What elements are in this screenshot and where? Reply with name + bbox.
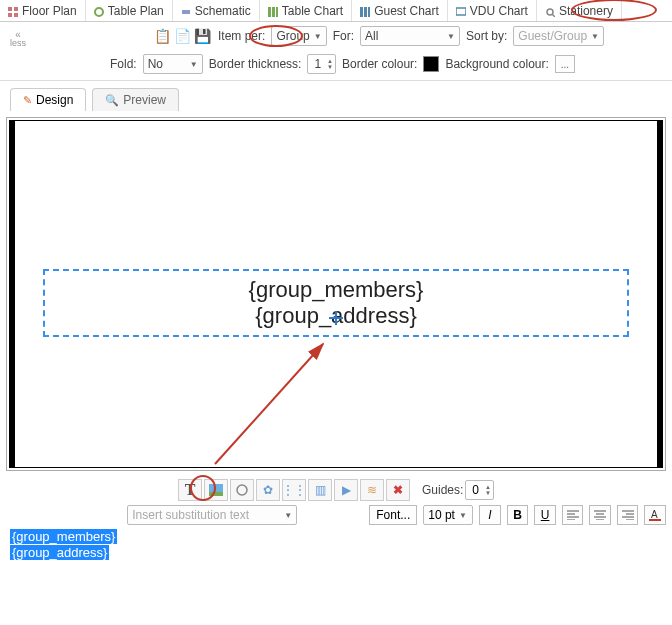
svg-text:A: A bbox=[651, 509, 658, 520]
flag-tool-button[interactable]: ▶ bbox=[334, 479, 358, 501]
chevron-down-icon: ▼ bbox=[284, 511, 292, 520]
align-center-button[interactable] bbox=[589, 505, 611, 525]
chevron-down-icon: ▼ bbox=[314, 32, 322, 41]
fold-dropdown[interactable]: No ▼ bbox=[143, 54, 203, 74]
shape-tool-row: T ✿ ⋮⋮ ▥ ▶ ≋ ✖ Guides: 0 ▲▼ bbox=[0, 477, 672, 503]
svg-rect-1 bbox=[14, 7, 18, 11]
design-tab-label: Design bbox=[36, 93, 73, 107]
svg-rect-12 bbox=[456, 8, 466, 15]
tab-label: Floor Plan bbox=[22, 4, 77, 18]
svg-rect-2 bbox=[8, 13, 12, 17]
tab-floor-plan[interactable]: Floor Plan bbox=[0, 0, 86, 21]
svg-rect-7 bbox=[272, 7, 275, 17]
svg-rect-0 bbox=[8, 7, 12, 11]
substitution-dropdown[interactable]: Insert substitution text ▼ bbox=[127, 505, 297, 525]
border-thickness-label: Border thickness: bbox=[209, 57, 302, 71]
chevron-down-icon: ▼ bbox=[591, 32, 599, 41]
svg-rect-32 bbox=[649, 519, 661, 521]
svg-line-14 bbox=[552, 14, 555, 17]
text-format-row: Insert substitution text ▼ Font... 10 pt… bbox=[0, 503, 672, 527]
svg-rect-6 bbox=[268, 7, 271, 17]
sort-by-dropdown[interactable]: Guest/Group ▼ bbox=[513, 26, 604, 46]
chevron-down-icon: ▼ bbox=[190, 60, 198, 69]
border-thickness-spinner[interactable]: 1 ▲▼ bbox=[307, 54, 336, 74]
text-placeholder-box[interactable]: {group_members} {group_address} bbox=[43, 269, 629, 337]
bold-label: B bbox=[513, 508, 522, 522]
font-button[interactable]: Font... bbox=[369, 505, 417, 525]
tab-vdu-chart[interactable]: VDU Chart bbox=[448, 0, 537, 21]
italic-button[interactable]: I bbox=[479, 505, 501, 525]
preview-tab[interactable]: 🔍 Preview bbox=[92, 88, 179, 111]
selected-line-2: {group_address} bbox=[10, 545, 109, 560]
circle-tool-button[interactable] bbox=[230, 479, 254, 501]
align-tool-button[interactable]: ▥ bbox=[308, 479, 332, 501]
canvas-wrap: {group_members} {group_address} bbox=[0, 111, 672, 477]
spread-tool-button[interactable]: ⋮⋮ bbox=[282, 479, 306, 501]
svg-rect-9 bbox=[360, 7, 363, 17]
tab-stationery[interactable]: Stationery bbox=[537, 0, 622, 21]
svg-point-18 bbox=[237, 485, 247, 495]
canvas-frame[interactable]: {group_members} {group_address} bbox=[9, 120, 663, 468]
underline-button[interactable]: U bbox=[534, 505, 556, 525]
svg-rect-11 bbox=[368, 7, 370, 17]
svg-rect-8 bbox=[276, 7, 278, 17]
selected-text-area[interactable]: {group_members} {group_address} bbox=[0, 527, 672, 567]
font-btn-label: Font... bbox=[376, 508, 410, 522]
search-icon: 🔍 bbox=[105, 94, 119, 107]
grid-icon bbox=[8, 6, 18, 16]
gear-tool-button[interactable]: ✿ bbox=[256, 479, 280, 501]
underline-label: U bbox=[541, 508, 550, 522]
main-tab-strip: Floor Plan Table Plan Schematic Table Ch… bbox=[0, 0, 672, 22]
stationery-icon bbox=[545, 6, 555, 16]
reorder-tool-button[interactable]: ≋ bbox=[360, 479, 384, 501]
less-button[interactable]: less bbox=[6, 31, 30, 47]
chevron-down-icon: ▼ bbox=[459, 511, 467, 520]
toolbar-row-2: Fold: No ▼ Border thickness: 1 ▲▼ Border… bbox=[0, 50, 672, 78]
selected-line-1: {group_members} bbox=[10, 529, 117, 544]
toolbar-row-1: less 📋 📄 💾 Item per: Group ▼ For: All ▼ … bbox=[0, 22, 672, 50]
item-per-dropdown[interactable]: Group ▼ bbox=[271, 26, 326, 46]
fold-value: No bbox=[148, 57, 186, 71]
align-right-button[interactable] bbox=[617, 505, 639, 525]
spinner-arrows-icon: ▲▼ bbox=[327, 58, 333, 70]
schematic-icon bbox=[181, 6, 191, 16]
pencil-icon: ✎ bbox=[23, 94, 32, 107]
tab-label: Table Plan bbox=[108, 4, 164, 18]
copy-icon[interactable]: 📋 bbox=[152, 26, 172, 46]
tab-table-chart[interactable]: Table Chart bbox=[260, 0, 352, 21]
bold-button[interactable]: B bbox=[507, 505, 529, 525]
background-colour-button[interactable]: ... bbox=[555, 55, 575, 73]
circle-icon bbox=[94, 6, 104, 16]
sub-tab-strip: ✎ Design 🔍 Preview bbox=[0, 83, 672, 111]
bg-btn-label: ... bbox=[561, 59, 569, 70]
tab-schematic[interactable]: Schematic bbox=[173, 0, 260, 21]
border-colour-swatch[interactable] bbox=[423, 56, 439, 72]
tab-label: Guest Chart bbox=[374, 4, 439, 18]
font-size-value: 10 pt bbox=[428, 508, 455, 522]
canvas-outer: {group_members} {group_address} bbox=[6, 117, 666, 471]
save-icon[interactable]: 💾 bbox=[192, 26, 212, 46]
for-dropdown[interactable]: All ▼ bbox=[360, 26, 460, 46]
design-tab[interactable]: ✎ Design bbox=[10, 88, 86, 111]
tab-label: Table Chart bbox=[282, 4, 343, 18]
border-colour-label: Border colour: bbox=[342, 57, 417, 71]
item-per-label: Item per: bbox=[218, 29, 265, 43]
delete-tool-button[interactable]: ✖ bbox=[386, 479, 410, 501]
svg-rect-3 bbox=[14, 13, 18, 17]
for-value: All bbox=[365, 29, 443, 43]
separator bbox=[0, 80, 672, 81]
svg-rect-10 bbox=[364, 7, 367, 17]
text-colour-button[interactable]: A bbox=[644, 505, 666, 525]
border-thickness-value: 1 bbox=[314, 57, 321, 71]
tab-guest-chart[interactable]: Guest Chart bbox=[352, 0, 448, 21]
chart-icon bbox=[268, 6, 278, 16]
item-per-value: Group bbox=[276, 29, 309, 43]
monitor-icon bbox=[456, 6, 466, 16]
align-left-button[interactable] bbox=[562, 505, 584, 525]
guides-spinner[interactable]: 0 ▲▼ bbox=[465, 480, 494, 500]
page-icon[interactable]: 📄 bbox=[172, 26, 192, 46]
sort-by-label: Sort by: bbox=[466, 29, 507, 43]
guides-label: Guides: bbox=[422, 483, 463, 497]
font-size-dropdown[interactable]: 10 pt ▼ bbox=[423, 505, 473, 525]
tab-table-plan[interactable]: Table Plan bbox=[86, 0, 173, 21]
